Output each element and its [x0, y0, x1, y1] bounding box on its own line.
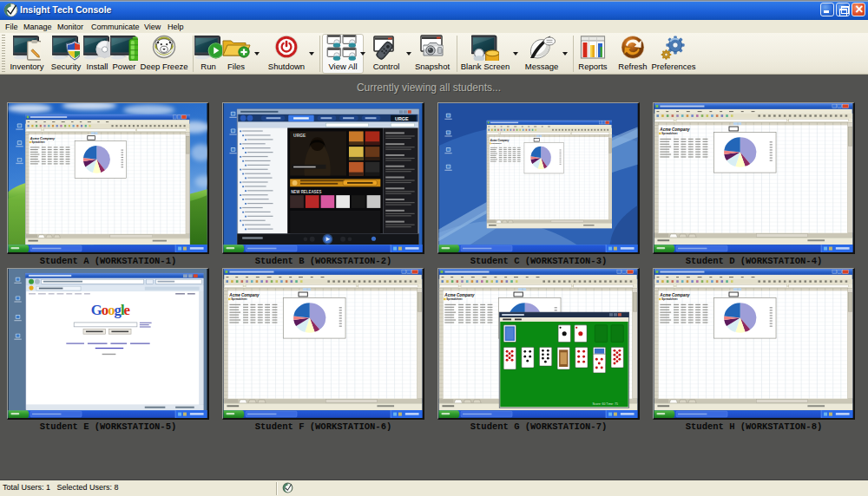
- svg-text:NEW RELEASES: NEW RELEASES: [291, 190, 321, 194]
- svg-text:Score: 60 Time: 75: Score: 60 Time: 75: [592, 402, 618, 406]
- svg-text:Google: Google: [91, 302, 130, 318]
- svg-text:URGE: URGE: [293, 134, 306, 138]
- svg-text:URGE: URGE: [395, 116, 409, 121]
